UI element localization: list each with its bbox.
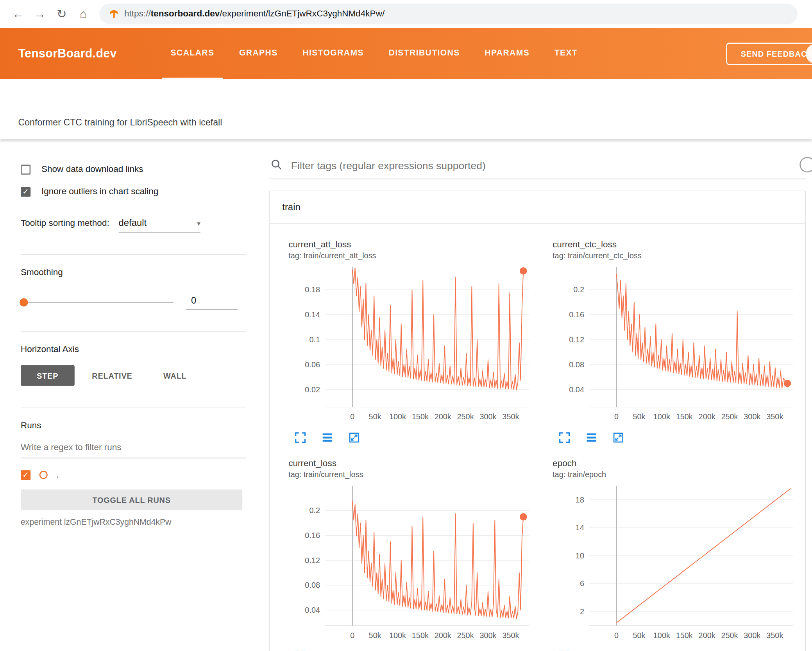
svg-text:0.12: 0.12 bbox=[305, 556, 320, 565]
settings-gear-icon[interactable] bbox=[799, 157, 812, 173]
fit-domain-icon[interactable] bbox=[347, 431, 361, 444]
svg-text:0.18: 0.18 bbox=[305, 285, 320, 294]
svg-text:10: 10 bbox=[576, 551, 584, 560]
tooltip-sorting-label: Tooltip sorting method: bbox=[21, 218, 109, 229]
svg-text:300k: 300k bbox=[744, 631, 760, 640]
tab-distributions[interactable]: DISTRIBUTIONS bbox=[380, 28, 468, 79]
log-scale-icon[interactable] bbox=[320, 431, 334, 444]
svg-text:250k: 250k bbox=[457, 412, 474, 421]
svg-text:50k: 50k bbox=[633, 631, 646, 640]
app-header: TensorBoard.dev SCALARS GRAPHS HISTOGRAM… bbox=[0, 28, 812, 79]
fullscreen-icon[interactable] bbox=[558, 431, 571, 444]
svg-text:250k: 250k bbox=[457, 631, 474, 640]
wall-axis-button[interactable]: WALL bbox=[150, 365, 200, 386]
svg-text:0.02: 0.02 bbox=[305, 385, 320, 394]
back-icon[interactable]: ← bbox=[7, 7, 29, 21]
tooltip-sorting-value: default bbox=[119, 218, 147, 229]
fit-domain-icon[interactable] bbox=[612, 431, 625, 444]
chart-grid: current_att_loss tag: train/current_att_… bbox=[270, 224, 805, 651]
browser-chrome: ← → ↻ ⌂ https://tensorboard.dev/experime… bbox=[0, 0, 812, 28]
chart-toolbar bbox=[276, 649, 540, 651]
log-scale-icon[interactable] bbox=[585, 431, 598, 444]
chart-card-current-loss: current_loss tag: train/current_loss 0.0… bbox=[276, 458, 540, 651]
tooltip-sorting-row: Tooltip sorting method: default ▾ bbox=[21, 218, 246, 232]
ignore-outliers-checkbox[interactable]: ✓ Ignore outliers in chart scaling bbox=[21, 184, 246, 199]
svg-text:18: 18 bbox=[576, 495, 584, 504]
runs-filter-input[interactable] bbox=[21, 439, 246, 458]
slider-thumb[interactable] bbox=[20, 298, 28, 306]
svg-text:200k: 200k bbox=[435, 631, 451, 640]
svg-text:350k: 350k bbox=[502, 412, 519, 421]
show-download-links-checkbox[interactable]: Show data download links bbox=[21, 162, 246, 177]
step-axis-button[interactable]: STEP bbox=[21, 365, 74, 386]
chart-title: current_att_loss bbox=[276, 239, 540, 250]
reload-icon[interactable]: ↻ bbox=[51, 7, 73, 21]
fullscreen-icon[interactable] bbox=[558, 649, 571, 651]
fit-domain-icon[interactable] bbox=[347, 649, 361, 651]
tab-scalars[interactable]: SCALARS bbox=[162, 28, 222, 79]
chart-title: current_ctc_loss bbox=[540, 239, 804, 250]
checkbox-checked-icon: ✓ bbox=[21, 187, 30, 197]
line-chart[interactable]: 26101418050k100k150k200k250k300k350k bbox=[540, 483, 799, 648]
svg-text:350k: 350k bbox=[766, 631, 783, 640]
relative-axis-button[interactable]: RELATIVE bbox=[79, 365, 146, 386]
forward-icon[interactable]: → bbox=[29, 7, 51, 21]
svg-text:300k: 300k bbox=[744, 412, 760, 421]
send-feedback-button[interactable]: SEND FEEDBACK bbox=[726, 43, 812, 65]
section-header-train[interactable]: train bbox=[270, 191, 805, 224]
svg-text:150k: 150k bbox=[412, 412, 429, 421]
address-bar[interactable]: https://tensorboard.dev/experiment/lzGnE… bbox=[99, 4, 798, 24]
tab-hparams[interactable]: HPARAMS bbox=[476, 28, 538, 79]
svg-text:0.08: 0.08 bbox=[569, 360, 584, 369]
smoothing-row bbox=[21, 295, 246, 309]
tooltip-sorting-select[interactable]: default ▾ bbox=[119, 218, 200, 232]
fit-domain-icon[interactable] bbox=[612, 649, 625, 651]
experiment-title: Conformer CTC training for LibriSpeech w… bbox=[18, 117, 222, 128]
svg-text:0.16: 0.16 bbox=[305, 531, 320, 540]
chart-card-epoch: epoch tag: train/epoch 26101418050k100k1… bbox=[540, 458, 804, 651]
toggle-all-runs-button[interactable]: TOGGLE ALL RUNS bbox=[21, 489, 242, 510]
chart-tag: tag: train/current_att_loss bbox=[276, 250, 540, 261]
brand-logo[interactable]: TensorBoard.dev bbox=[0, 46, 117, 61]
line-chart[interactable]: 0.040.080.120.160.2050k100k150k200k250k3… bbox=[276, 483, 535, 648]
svg-text:150k: 150k bbox=[412, 631, 429, 640]
svg-text:100k: 100k bbox=[389, 412, 406, 421]
tab-graphs[interactable]: GRAPHS bbox=[231, 28, 286, 79]
svg-text:0.2: 0.2 bbox=[573, 285, 584, 294]
tab-histograms[interactable]: HISTOGRAMS bbox=[294, 28, 372, 79]
svg-text:0: 0 bbox=[350, 631, 354, 640]
url-path: /experiment/lzGnETjwRxC3yghNMd4kPw/ bbox=[220, 9, 385, 19]
svg-text:300k: 300k bbox=[479, 412, 496, 421]
horizontal-axis-label: Horizontal Axis bbox=[21, 344, 246, 355]
fullscreen-icon[interactable] bbox=[293, 431, 307, 444]
svg-text:0.14: 0.14 bbox=[305, 310, 320, 319]
site-favicon bbox=[109, 9, 119, 20]
chart-toolbar bbox=[540, 649, 804, 651]
home-icon[interactable]: ⌂ bbox=[73, 7, 95, 21]
svg-text:0.04: 0.04 bbox=[305, 606, 320, 614]
svg-text:200k: 200k bbox=[699, 412, 715, 421]
smoothing-value-input[interactable] bbox=[186, 295, 238, 309]
svg-text:0.08: 0.08 bbox=[305, 581, 320, 589]
svg-text:150k: 150k bbox=[676, 412, 693, 421]
search-icon bbox=[270, 159, 283, 173]
line-chart[interactable]: 0.020.060.10.140.18050k100k150k200k250k3… bbox=[276, 264, 535, 430]
svg-text:100k: 100k bbox=[653, 412, 670, 421]
tag-filter-input[interactable] bbox=[290, 159, 806, 172]
log-scale-icon[interactable] bbox=[320, 649, 334, 651]
run-checkbox[interactable]: ✓ bbox=[21, 470, 30, 480]
svg-text:50k: 50k bbox=[633, 412, 646, 421]
log-scale-icon[interactable] bbox=[585, 649, 598, 651]
url-host: tensorboard.dev bbox=[151, 9, 220, 19]
line-chart[interactable]: 0.040.080.120.160.2050k100k150k200k250k3… bbox=[540, 264, 799, 430]
divider bbox=[21, 254, 246, 255]
chart-toolbar bbox=[540, 431, 804, 444]
fullscreen-icon[interactable] bbox=[293, 649, 307, 651]
tab-text[interactable]: TEXT bbox=[546, 28, 586, 79]
experiment-title-bar: Conformer CTC training for LibriSpeech w… bbox=[0, 79, 812, 140]
url-text: https://tensorboard.dev/experiment/lzGnE… bbox=[124, 9, 385, 20]
svg-text:0.2: 0.2 bbox=[309, 506, 320, 515]
train-section-card: train current_att_loss tag: train/curren… bbox=[269, 191, 806, 651]
smoothing-slider[interactable] bbox=[21, 302, 173, 303]
svg-text:0: 0 bbox=[350, 412, 354, 421]
